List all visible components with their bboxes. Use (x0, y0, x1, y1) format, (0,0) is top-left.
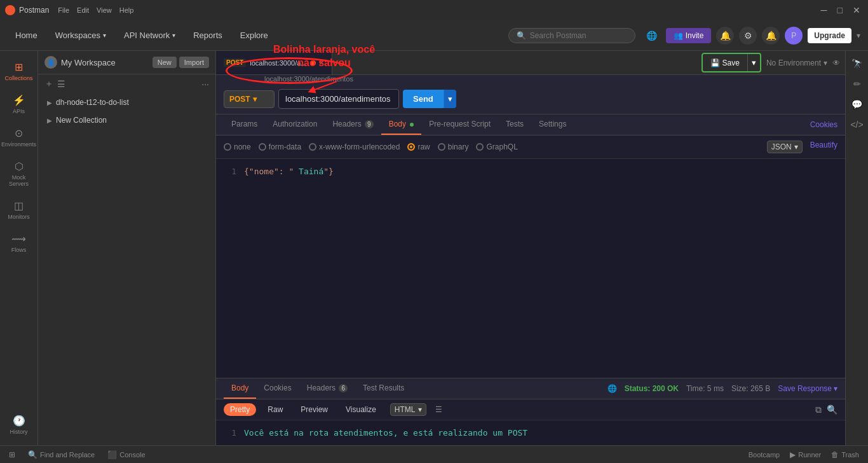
trash-button[interactable]: 🗑 Trash (827, 450, 863, 459)
cookies-link[interactable]: Cookies (810, 120, 837, 129)
environment-label: No Environment (766, 59, 821, 67)
collections-panel: 👤 My Workspace New Import ＋ ☰ ··· ▶ dh-n… (38, 51, 216, 445)
wrap-lines-icon[interactable]: ☰ (435, 405, 442, 414)
search-bar[interactable]: 🔍 (508, 28, 635, 43)
settings-icon[interactable]: ⚙ (739, 27, 757, 45)
sidebar-item-history[interactable]: 🕐 History (3, 410, 36, 440)
search-input[interactable] (530, 31, 627, 40)
request-area: POST localhost:3000/a... × ··· 💾 Save (216, 51, 845, 445)
body-raw[interactable]: raw (407, 142, 430, 151)
none-radio (224, 143, 231, 151)
search-icon[interactable]: 🔍 (827, 404, 837, 415)
form-data-radio (259, 143, 266, 151)
tab-pre-request[interactable]: Pre-request Script (421, 114, 498, 135)
pretty-button[interactable]: Pretty (224, 403, 256, 416)
resp-tab-headers[interactable]: Headers 6 (299, 378, 355, 399)
tab-authorization[interactable]: Authorization (265, 114, 325, 135)
visualize-button[interactable]: Visualize (339, 403, 383, 416)
notifications-icon[interactable]: 🔔 (716, 27, 734, 45)
topnav-api-network[interactable]: API Network ▾ (116, 27, 183, 44)
bottom-layout-toggle[interactable]: ⊞ (5, 450, 19, 459)
minimize-button[interactable]: ─ (818, 5, 830, 15)
url-input[interactable] (278, 89, 399, 109)
method-selector[interactable]: POST ▾ (224, 90, 275, 108)
resp-tab-cookies[interactable]: Cookies (256, 378, 299, 399)
pencil-icon[interactable]: ✏ (851, 76, 864, 92)
collection-item-dh-node[interactable]: ▶ dh-node-t12-to-do-list (41, 94, 213, 111)
chevron-down-icon[interactable]: ▾ (857, 31, 860, 40)
sync-icon[interactable]: 🌐 (643, 27, 661, 45)
new-button[interactable]: New (153, 57, 177, 68)
body-binary[interactable]: binary (438, 142, 469, 151)
runner-button[interactable]: ▶ Runner (786, 450, 825, 459)
body-form-data[interactable]: form-data (259, 142, 301, 151)
save-button[interactable]: 💾 Save (703, 55, 747, 71)
req-tab-right: Cookies (810, 120, 837, 129)
menu-help[interactable]: Help (119, 6, 134, 14)
sidebar-item-environments[interactable]: ⊙ Environments (3, 122, 36, 153)
topnav-workspaces[interactable]: Workspaces ▾ (48, 27, 114, 44)
tab-post-request[interactable]: POST localhost:3000/a... × (216, 51, 332, 75)
sidebar-item-flows[interactable]: ⟿ Flows (3, 228, 36, 258)
import-button[interactable]: Import (179, 57, 209, 68)
collection-item-new[interactable]: ▶ New Collection (41, 112, 213, 128)
menu-view[interactable]: View (97, 6, 112, 14)
response-status: 🌐 Status: 200 OK Time: 5 ms Size: 265 B … (607, 384, 837, 393)
topnav-home[interactable]: Home (8, 27, 45, 44)
find-replace-button[interactable]: 🔍 Find and Replace (24, 450, 98, 459)
workspace-selector[interactable]: 👤 My Workspace (44, 56, 116, 69)
resp-line: 1 Você está na rota atendimentos, e está… (224, 428, 837, 438)
menu-file[interactable]: File (58, 6, 69, 14)
comment-icon[interactable]: 💬 (849, 97, 865, 112)
invite-button[interactable]: 👥 Invite (666, 28, 712, 43)
body-none[interactable]: none (224, 142, 251, 151)
sidebar-item-monitors[interactable]: ◫ Monitors (3, 195, 36, 225)
tab-headers[interactable]: Headers 9 (325, 114, 381, 135)
sort-icon[interactable]: ☰ (57, 79, 65, 89)
tab-tests[interactable]: Tests (498, 114, 531, 135)
tab-settings[interactable]: Settings (531, 114, 574, 135)
close-button[interactable]: ✕ (850, 5, 863, 15)
more-tabs-icon[interactable]: ··· (332, 59, 349, 67)
topnav-explore[interactable]: Explore (233, 27, 276, 44)
save-dropdown-button[interactable]: ▾ (747, 54, 760, 71)
json-selector[interactable]: JSON ▾ (767, 141, 803, 153)
telescope-icon[interactable]: 🔭 (849, 56, 865, 71)
environments-icon: ⊙ (15, 127, 23, 139)
more-options-icon[interactable]: ··· (201, 79, 209, 89)
bell-icon[interactable]: 🔔 (762, 27, 780, 45)
tab-params[interactable]: Params (224, 114, 265, 135)
environment-selector[interactable]: No Environment ▾ (766, 59, 827, 67)
add-collection-icon[interactable]: ＋ (44, 78, 53, 90)
maximize-button[interactable]: □ (835, 5, 845, 15)
send-dropdown[interactable]: ▾ (444, 90, 456, 108)
body-graphql[interactable]: GraphQL (476, 142, 517, 151)
copy-icon[interactable]: ⧉ (815, 404, 822, 415)
code-editor[interactable]: 1 {"nome": " Tainá"} (216, 159, 845, 378)
code-icon[interactable]: </> (848, 117, 865, 132)
sidebar-item-apis[interactable]: ⚡ APIs (3, 89, 36, 120)
panel-header: 👤 My Workspace New Import (38, 51, 215, 74)
tab-body[interactable]: Body (381, 114, 422, 135)
sidebar-item-mock-servers[interactable]: ⬡ Mock Servers (3, 155, 36, 192)
save-response-button[interactable]: Save Response ▾ (778, 384, 837, 393)
upgrade-button[interactable]: Upgrade (808, 28, 851, 43)
resp-tab-body[interactable]: Body (224, 378, 256, 399)
send-button[interactable]: Send (403, 90, 444, 108)
tab-close-icon[interactable]: × (320, 59, 324, 67)
format-selector[interactable]: HTML ▾ (390, 403, 426, 416)
eye-icon[interactable]: 👁 (832, 59, 840, 67)
menu-edit[interactable]: Edit (77, 6, 89, 14)
topnav-reports[interactable]: Reports (186, 27, 230, 44)
preview-button[interactable]: Preview (294, 403, 334, 416)
chevron-down-icon: ▾ (103, 32, 106, 39)
response-area: Body Cookies Headers 6 Test Results 🌐 St… (216, 378, 845, 445)
console-button[interactable]: ⬛ Console (104, 450, 149, 459)
avatar-icon[interactable]: P (785, 27, 803, 45)
body-urlencoded[interactable]: x-www-form-urlencoded (309, 142, 400, 151)
sidebar-item-collections[interactable]: ⊞ Collections (3, 56, 36, 86)
resp-tab-test-results[interactable]: Test Results (355, 378, 412, 399)
beautify-button[interactable]: Beautify (810, 141, 837, 153)
bootcamp-button[interactable]: Bootcamp (745, 450, 784, 459)
raw-button[interactable]: Raw (261, 403, 289, 416)
